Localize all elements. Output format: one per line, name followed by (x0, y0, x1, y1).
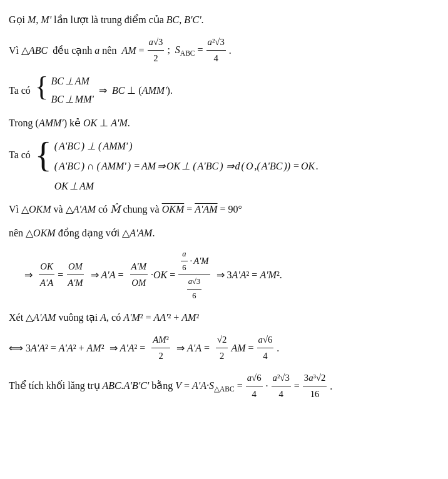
system2-line2: (A'BC) ∩ (AMM') = AM ⇒ OK ⊥ (A'BC) ⇒ d(O… (54, 158, 318, 174)
text-bc-perp: BC ⊥ (AMM'). (112, 82, 173, 99)
line-1: Gọi M, M' lần lượt là trung điểm của BC,… (9, 11, 434, 28)
text-xet: Xét △A'AM vuông tại A, có A'M² = AA'² + … (9, 312, 199, 323)
frac-om-am: OM A'M (66, 259, 84, 291)
text-line2-prefix: Vì △ABC đều cạnh a nên AM = (9, 42, 145, 59)
system2-line1: (A'BC) ⊥ (AMM') (54, 138, 318, 154)
line-7: ⇒ OK A'A = OM A'M ⇒ A'A = A'M OM ·OK = a… (21, 248, 434, 303)
frac-sabc: a²√3 4 (206, 34, 226, 66)
text-trong: Trong (AMM') kẻ OK ⊥ A'M. (9, 118, 130, 128)
line-5: Ta có { (A'BC) ⊥ (AMM') (A'BC) ∩ (AMM') … (9, 138, 434, 195)
implies-5: ⇒ A'A² = (109, 340, 146, 356)
text-taco2: Ta có (9, 146, 33, 163)
line-10: Thể tích khối lăng trụ ABC.A'B'C' bằng V… (9, 370, 434, 402)
line-4: Trong (AMM') kẻ OK ⊥ A'M. (9, 114, 434, 131)
text-am2: AM = (231, 340, 253, 356)
frac-am2-2: AM² 2 (151, 332, 170, 364)
text-vi-delta: Vì △OKM và △A'AM có M̂ chung và OKM = A'… (9, 204, 242, 214)
frac-ok-aa: OK A'A (39, 259, 54, 291)
text-period: . (229, 42, 232, 59)
system1-line1: BC ⊥ AM (51, 73, 94, 89)
text-semicolon: ; SABC = (167, 41, 203, 60)
system2-line3: OK ⊥ AM (54, 178, 318, 194)
text-nen-delta: nên △OKM đồng dạng với △A'AM. (9, 228, 155, 238)
text-volume: Thể tích khối lăng trụ ABC.A'B'C' bằng V… (9, 377, 243, 396)
line-3: Ta có { BC ⊥ AM BC ⊥ MM' ⇒ BC ⊥ (AMM'). (9, 73, 434, 108)
content-area: Gọi M, M' lần lượt là trung điểm của BC,… (9, 11, 434, 402)
iff: ⟺ 3A'A² = A'A² + AM² (9, 340, 104, 356)
frac-vol2: a²√3 4 (272, 370, 291, 402)
implies-6: ⇒ A'A = (176, 340, 210, 356)
text-taco: Ta có (9, 82, 33, 99)
text-line1: Gọi M, M' lần lượt là trung điểm của BC,… (9, 14, 204, 25)
system-1: { BC ⊥ AM BC ⊥ MM' (35, 73, 94, 108)
frac-am-om: A'M OM (130, 259, 148, 291)
frac-asqrt6-4: a√6 4 (257, 332, 274, 364)
frac-sqrt2-2: √2 2 (216, 332, 228, 364)
frac-am: a√3 2 (148, 34, 165, 66)
implies-4: ⇒ 3A'A² = A'M². (216, 266, 282, 283)
line-6: Vì △OKM và △A'AM có M̂ chung và OKM = A'… (9, 201, 434, 218)
system-2: { (A'BC) ⊥ (AMM') (A'BC) ∩ (AMM') = AM ⇒… (35, 138, 318, 195)
line-9: ⟺ 3A'A² = A'A² + AM² ⇒ A'A² = AM² 2 ⇒ A'… (9, 332, 434, 364)
frac-vol3: 3a³√2 16 (303, 370, 327, 402)
frac-vol1: a√6 4 (246, 370, 263, 402)
line-8: Xét △A'AM vuông tại A, có A'M² = AA'² + … (9, 309, 434, 326)
system1-line2: BC ⊥ MM' (51, 91, 94, 108)
line-6b: nên △OKM đồng dạng với △A'AM. (9, 224, 434, 241)
implies-3: ⇒ A'A = (91, 266, 124, 283)
frac-big: a 6 ·A'M a√3 6 (178, 248, 210, 303)
implies-1: ⇒ (99, 82, 107, 99)
line-2: Vì △ABC đều cạnh a nên AM = a√3 2 ; SABC… (9, 34, 434, 66)
implies-symbol: ⇒ (24, 266, 33, 283)
